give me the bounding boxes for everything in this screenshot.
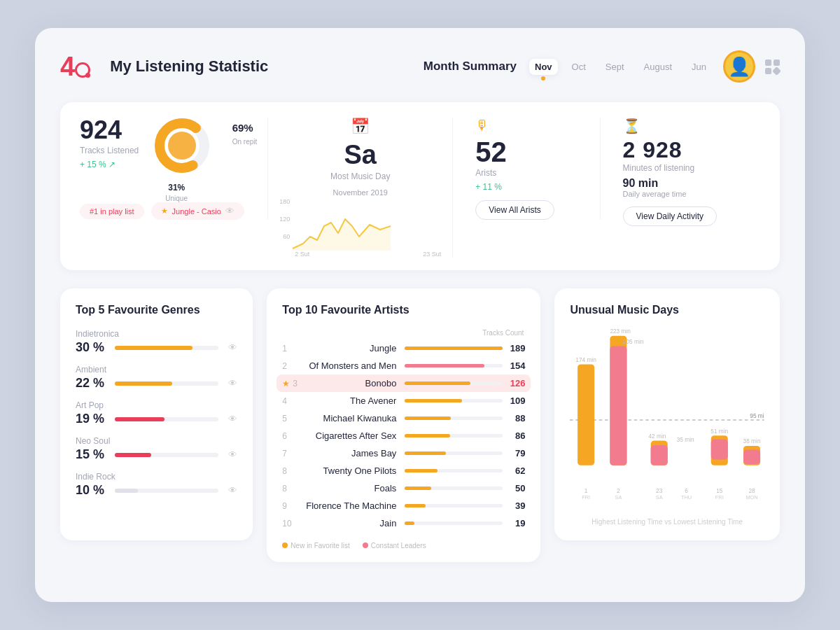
tab-nov[interactable]: Nov	[529, 59, 558, 75]
eye-icon-3: 👁	[228, 449, 237, 460]
genre-name-0: Indietronica	[76, 329, 237, 339]
activity-chart-svg: 95 min 174 min 1 FRI 223 min 205 min 2 S	[570, 329, 764, 511]
genre-bar-bg-3	[115, 453, 218, 457]
donut-pct: 69%	[232, 120, 258, 136]
eye-icon-4: 👁	[228, 485, 237, 496]
genre-bar-fill-4	[115, 489, 138, 493]
artist-name-7: Twenty One Pilots	[298, 465, 405, 476]
svg-text:174 min: 174 min	[576, 356, 597, 363]
artists-column: Top 10 Favourite Artists Tracks Count 1 …	[267, 288, 540, 562]
artist-row-5: 6 Cigarettes After Sex 86	[282, 427, 525, 444]
view-all-artists-button[interactable]: View All Arists	[475, 200, 554, 220]
artist-count-10: 19	[503, 518, 525, 528]
grid-icon[interactable]	[765, 59, 780, 74]
mic-icon: 🎙	[475, 118, 489, 134]
pill-row: #1 in play list ★ Jungle - Casio 👁	[80, 202, 255, 220]
artist-row-7: 8 Twenty One Pilots 62	[282, 462, 525, 479]
artist-count-4: 88	[503, 413, 525, 424]
eye-icon-0: 👁	[228, 342, 237, 353]
genre-bar-bg-1	[115, 382, 218, 386]
artist-name-4: Michael Kiwanuka	[298, 413, 405, 424]
tracks-number: 924	[80, 118, 139, 143]
genre-item-neosoul: Neo Soul 15 % 👁	[76, 436, 237, 462]
tab-august[interactable]: August	[638, 59, 678, 75]
genre-pct-1: 22 %	[76, 376, 108, 391]
svg-text:2: 2	[617, 487, 620, 494]
logo-icon	[75, 62, 90, 78]
dashboard: 4 My Listening Statistic Month Summary N…	[35, 28, 805, 602]
svg-text:FRI: FRI	[715, 494, 724, 500]
artist-name-1: Of Monsters and Men	[298, 360, 405, 371]
app-title: My Listening Statistic	[110, 57, 424, 76]
svg-text:THU: THU	[681, 494, 692, 500]
legend-orange: New in Favorite list	[282, 542, 349, 550]
genre-pct-2: 19 %	[76, 412, 108, 426]
artist-count-5: 86	[503, 430, 525, 441]
activity-chart: 95 min 174 min 1 FRI 223 min 205 min 2 S	[570, 329, 764, 526]
genre-name-4: Indie Rock	[76, 472, 237, 482]
svg-rect-10	[610, 346, 627, 465]
artist-name-9: Florence The Machine	[298, 500, 405, 511]
mini-chart-title: November 2019	[279, 188, 441, 197]
artist-bar-4	[405, 416, 503, 420]
artist-bar-8	[405, 486, 503, 490]
tracks-label: Tracks Listened	[80, 146, 139, 155]
song-pill: ★ Jungle - Casio 👁	[151, 202, 244, 220]
artist-count-1: 154	[503, 360, 525, 371]
genre-item-indierock: Indie Rock 10 % 👁	[76, 472, 237, 498]
svg-text:6: 6	[685, 487, 689, 494]
avatar[interactable]: 👤	[723, 50, 755, 83]
svg-text:SA: SA	[615, 494, 622, 500]
month-summary-label: Month Summary	[424, 59, 517, 74]
eye-icon-1: 👁	[228, 378, 237, 388]
activity-column: Unusual Music Days 95 min 174 min 1 FRI	[554, 288, 780, 540]
donut-label: On repit	[232, 138, 258, 146]
artist-name-6: James Bay	[298, 448, 405, 458]
artist-rank-4: 5	[282, 414, 298, 424]
artist-bar-7	[405, 469, 503, 472]
artist-bar-6	[405, 451, 503, 455]
svg-text:205 min: 205 min	[623, 338, 644, 345]
tab-oct[interactable]: Oct	[566, 59, 592, 75]
artist-name-10: Jain	[298, 518, 405, 528]
artists-change: + 11 %	[475, 182, 502, 192]
artist-name-3: The Avener	[298, 396, 405, 406]
mini-chart-svg	[293, 198, 391, 251]
header: 4 My Listening Statistic Month Summary N…	[60, 50, 780, 83]
artist-rank-6: 7	[282, 449, 298, 458]
activity-caption: Highest Listening Time vs Lowest Listeni…	[570, 518, 764, 526]
genre-pct-3: 15 %	[76, 447, 108, 462]
artist-name-5: Cigarettes After Sex	[298, 430, 405, 441]
playlist-pill: #1 in play list	[80, 204, 144, 219]
view-daily-activity-button[interactable]: View Daily Activity	[623, 206, 717, 226]
artist-rank-8: 8	[282, 484, 298, 493]
artist-row-0: 1 Jungle 189	[282, 340, 525, 357]
artist-bar-2	[405, 382, 503, 385]
artist-rank-9: 9	[282, 501, 298, 511]
genre-bar-bg-2	[115, 417, 218, 421]
artist-row-3: 4 The Avener 109	[282, 392, 525, 410]
artist-count-0: 189	[503, 343, 525, 354]
tab-jun[interactable]: Jun	[686, 59, 712, 75]
svg-text:42 min: 42 min	[649, 433, 666, 440]
artist-name-0: Jungle	[298, 343, 405, 354]
artist-rank-10: 10	[282, 519, 298, 528]
y-label-60: 60	[279, 233, 290, 240]
artist-row-9: 9 Florence The Machine 39	[282, 497, 525, 514]
genre-bar-bg-4	[115, 489, 218, 493]
svg-text:1: 1	[584, 487, 588, 494]
unique-pct: 31%	[168, 183, 185, 192]
svg-text:95 min: 95 min	[750, 412, 764, 419]
svg-text:FRI: FRI	[582, 494, 591, 500]
svg-text:223 min: 223 min	[610, 329, 631, 335]
svg-text:23: 23	[656, 487, 663, 494]
artist-rank-5: 6	[282, 431, 298, 441]
tracks-change: + 15 %	[80, 160, 139, 169]
artist-name-8: Foals	[298, 483, 405, 493]
month-tabs: Nov Oct Sept August Jun	[529, 59, 712, 75]
tab-sept[interactable]: Sept	[600, 59, 630, 75]
artist-count-2: 126	[503, 378, 525, 388]
minutes-avg-label: Daily average time	[623, 190, 687, 198]
genre-pct-0: 30 %	[76, 340, 108, 355]
legend-pink: Constant Leaders	[363, 542, 426, 550]
